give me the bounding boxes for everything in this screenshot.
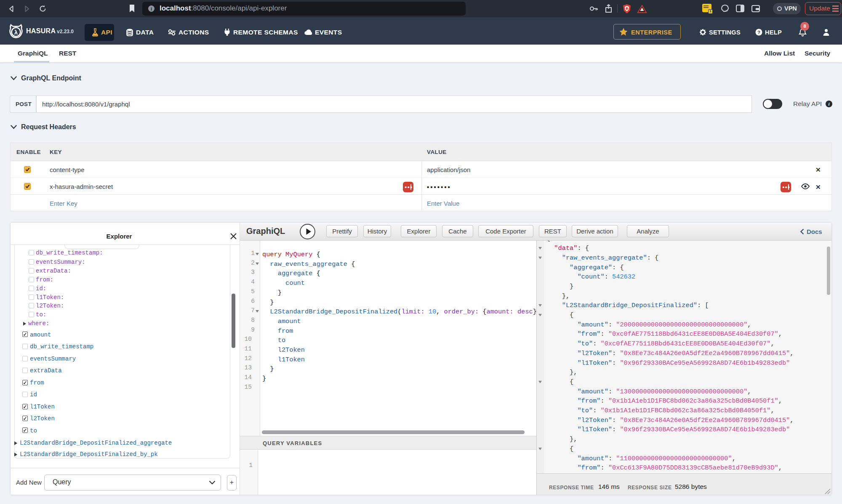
svg-text:λ: λ xyxy=(14,29,18,36)
svg-text:?: ? xyxy=(757,30,760,35)
